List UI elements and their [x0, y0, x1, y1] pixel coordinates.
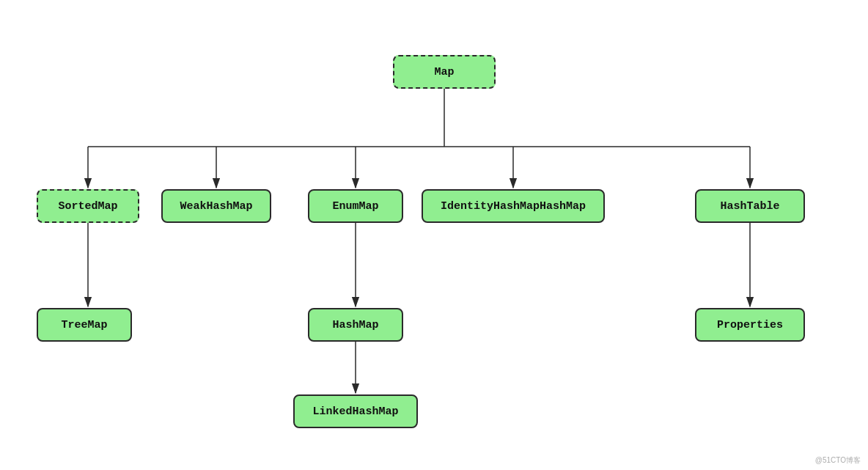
- node-enum-map: EnumMap: [308, 189, 403, 223]
- node-map: Map: [393, 55, 496, 89]
- node-identity-hash-map: IdentityHashMapHashMap: [422, 189, 605, 223]
- node-hash-map: HashMap: [308, 308, 403, 342]
- node-linked-hash-map: LinkedHashMap: [293, 394, 418, 428]
- node-weak-hash-map: WeakHashMap: [161, 189, 271, 223]
- node-hash-table: HashTable: [695, 189, 805, 223]
- node-properties: Properties: [695, 308, 805, 342]
- diagram-container: Map SortedMap WeakHashMap EnumMap Identi…: [0, 0, 868, 470]
- node-tree-map: TreeMap: [37, 308, 132, 342]
- watermark: @51CTO博客: [815, 455, 861, 466]
- node-sorted-map: SortedMap: [37, 189, 139, 223]
